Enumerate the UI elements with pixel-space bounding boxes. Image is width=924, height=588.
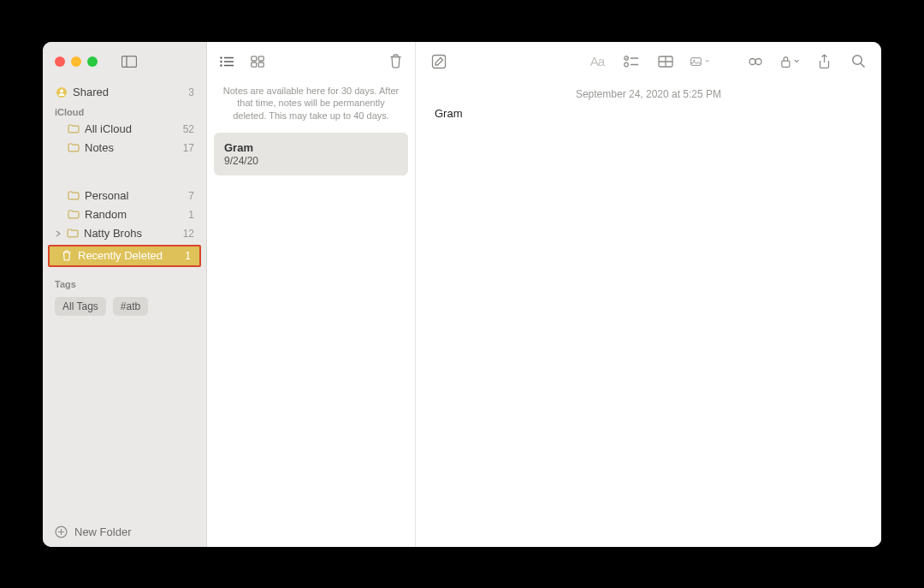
note-item-date: 9/24/20 bbox=[224, 155, 398, 167]
sidebar-item-shared[interactable]: Shared 3 bbox=[43, 83, 206, 102]
sidebar-item-count: 52 bbox=[183, 123, 194, 135]
highlight-box: Recently Deleted 1 bbox=[48, 245, 201, 267]
search-icon[interactable] bbox=[849, 54, 868, 69]
sidebar-item-count: 3 bbox=[188, 86, 194, 98]
gallery-view-icon[interactable] bbox=[248, 56, 267, 68]
list-view-icon[interactable] bbox=[217, 56, 236, 68]
note-item-title: Gram bbox=[224, 141, 398, 154]
trash-icon bbox=[60, 250, 73, 261]
sidebar-body: Shared 3 iCloud All iCloud 52 Notes 17 P… bbox=[43, 81, 206, 517]
folder-icon bbox=[67, 210, 80, 219]
sidebar-toggle-icon[interactable] bbox=[121, 56, 137, 68]
compose-icon[interactable] bbox=[429, 54, 448, 69]
sidebar-item-natty-brohs[interactable]: Natty Brohs 12 bbox=[43, 224, 206, 243]
svg-rect-0 bbox=[122, 56, 137, 67]
delete-note-icon[interactable] bbox=[386, 54, 405, 68]
sidebar-item-label: Notes bbox=[85, 141, 178, 154]
note-list-item[interactable]: Gram 9/24/20 bbox=[214, 133, 408, 175]
titlebar bbox=[43, 42, 206, 81]
svg-point-3 bbox=[60, 89, 63, 92]
folder-icon bbox=[67, 124, 80, 134]
svg-rect-11 bbox=[252, 56, 257, 60]
notes-window: Shared 3 iCloud All iCloud 52 Notes 17 P… bbox=[43, 42, 881, 547]
shared-icon bbox=[55, 86, 68, 98]
share-icon[interactable] bbox=[814, 54, 833, 69]
sidebar-item-label: Personal bbox=[85, 189, 183, 202]
sidebar-group-tags: Tags bbox=[43, 274, 206, 292]
sidebar-item-count: 1 bbox=[185, 250, 191, 262]
svg-rect-12 bbox=[258, 56, 264, 60]
list-toolbar bbox=[207, 42, 415, 81]
sidebar-item-label: Natty Brohs bbox=[84, 227, 178, 240]
notes-list-column: Notes are available here for 30 days. Af… bbox=[207, 42, 416, 547]
sidebar-item-label: Recently Deleted bbox=[78, 249, 180, 262]
sidebar-item-notes[interactable]: Notes 17 bbox=[43, 139, 206, 157]
new-folder-label: New Folder bbox=[74, 526, 131, 538]
svg-point-6 bbox=[220, 60, 222, 62]
sidebar-item-label: Shared bbox=[73, 86, 183, 98]
svg-rect-13 bbox=[252, 62, 257, 67]
chevron-right-icon[interactable] bbox=[55, 230, 63, 237]
folder-icon bbox=[67, 143, 80, 152]
new-folder-button[interactable]: New Folder bbox=[43, 517, 206, 547]
sidebar-item-label: All iCloud bbox=[85, 122, 178, 135]
folder-icon bbox=[67, 191, 80, 200]
svg-rect-23 bbox=[691, 57, 702, 65]
sidebar-item-all-icloud[interactable]: All iCloud 52 bbox=[43, 120, 206, 139]
svg-point-17 bbox=[625, 62, 629, 67]
sidebar-item-count: 7 bbox=[188, 190, 194, 202]
svg-rect-14 bbox=[258, 62, 264, 67]
lock-icon[interactable] bbox=[780, 54, 799, 69]
tag-atb[interactable]: #atb bbox=[113, 297, 148, 316]
sidebar-item-personal[interactable]: Personal 7 bbox=[43, 187, 206, 205]
sidebar-group-icloud: iCloud bbox=[43, 102, 206, 120]
svg-point-28 bbox=[852, 56, 862, 65]
svg-line-29 bbox=[861, 63, 865, 68]
tag-all[interactable]: All Tags bbox=[55, 297, 106, 316]
checklist-icon[interactable] bbox=[622, 54, 641, 68]
editor-body[interactable]: September 24, 2020 at 5:25 PM Gram bbox=[416, 81, 881, 547]
text-format-icon[interactable]: Aa bbox=[588, 54, 607, 68]
svg-point-25 bbox=[749, 58, 755, 64]
svg-rect-15 bbox=[433, 55, 446, 68]
sidebar-item-count: 12 bbox=[183, 228, 194, 240]
svg-rect-27 bbox=[782, 61, 790, 67]
traffic-lights bbox=[55, 56, 98, 67]
sidebar-item-count: 1 bbox=[188, 209, 194, 221]
editor-column: Aa September 24, 2020 at 5:25 PM Gram bbox=[416, 42, 881, 547]
deleted-info-text: Notes are available here for 30 days. Af… bbox=[207, 81, 415, 132]
sidebar-item-random[interactable]: Random 1 bbox=[43, 205, 206, 224]
svg-point-5 bbox=[220, 56, 222, 58]
format-group: Aa bbox=[588, 54, 709, 68]
folder-icon bbox=[66, 229, 79, 238]
svg-point-26 bbox=[755, 58, 761, 64]
sidebar-item-label: Random bbox=[85, 208, 183, 221]
minimize-window-button[interactable] bbox=[71, 56, 81, 67]
fullscreen-window-button[interactable] bbox=[87, 56, 98, 67]
link-icon[interactable] bbox=[746, 54, 765, 69]
tags-row: All Tags #atb bbox=[43, 292, 206, 321]
plus-circle-icon bbox=[55, 526, 68, 538]
editor-toolbar: Aa bbox=[416, 42, 881, 81]
sidebar: Shared 3 iCloud All iCloud 52 Notes 17 P… bbox=[43, 42, 207, 547]
svg-point-7 bbox=[220, 64, 222, 66]
table-icon[interactable] bbox=[656, 54, 675, 68]
sidebar-item-count: 17 bbox=[183, 142, 194, 154]
media-icon[interactable] bbox=[690, 54, 709, 68]
sidebar-item-recently-deleted[interactable]: Recently Deleted 1 bbox=[50, 246, 199, 265]
svg-point-24 bbox=[693, 59, 695, 61]
close-window-button[interactable] bbox=[55, 56, 65, 67]
note-content[interactable]: Gram bbox=[435, 107, 862, 120]
note-date: September 24, 2020 at 5:25 PM bbox=[435, 88, 862, 100]
